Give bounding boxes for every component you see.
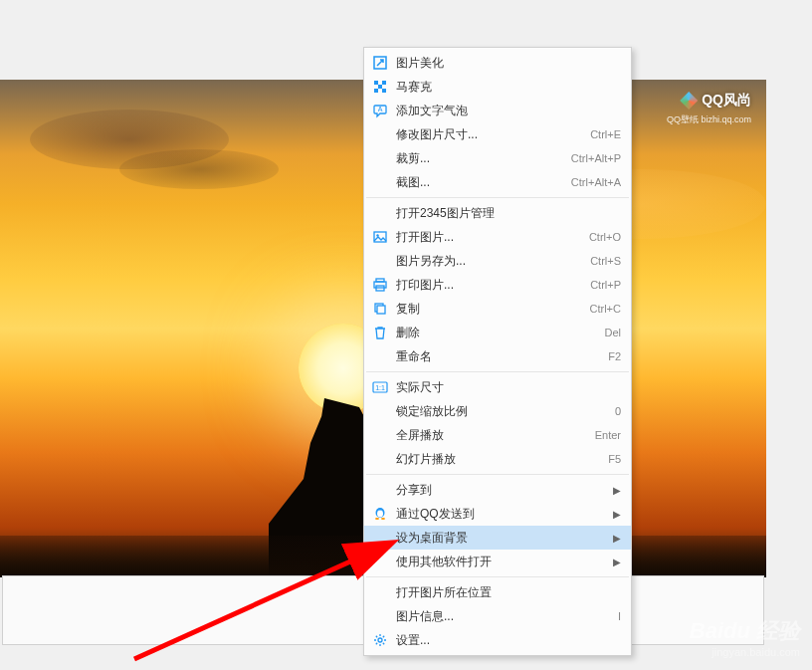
menu-label: 添加文字气泡 xyxy=(396,103,621,119)
menu-label: 图片信息... xyxy=(396,608,618,625)
menu-item-location[interactable]: 打开图片所在位置 xyxy=(364,580,631,604)
menu-item-setbg[interactable]: 设为桌面背景▶ xyxy=(364,526,631,550)
menu-item-mosaic[interactable]: 马赛克 xyxy=(364,75,631,99)
menu-label: 设为桌面背景 xyxy=(396,530,613,547)
blank-icon xyxy=(370,124,390,144)
blank-icon xyxy=(370,346,390,366)
chevron-right-icon: ▶ xyxy=(613,533,621,544)
menu-label: 锁定缩放比例 xyxy=(396,403,615,420)
source-logo-text: QQ风尚 xyxy=(702,92,751,110)
blank-icon xyxy=(370,582,390,602)
menu-label: 打印图片... xyxy=(396,277,590,294)
trash-icon xyxy=(370,323,390,342)
menu-shortcut: F2 xyxy=(608,350,621,362)
menu-item-print[interactable]: 打印图片...Ctrl+P xyxy=(364,273,631,297)
expand-icon xyxy=(370,53,390,73)
qq-logo-icon xyxy=(680,92,698,110)
menu-item-info[interactable]: 图片信息...I xyxy=(364,604,631,628)
menu-label: 设置... xyxy=(396,632,621,649)
menu-item-capture[interactable]: 截图...Ctrl+Alt+A xyxy=(364,170,631,194)
menu-label: 全屏播放 xyxy=(396,427,595,444)
decor-cloud xyxy=(119,149,279,189)
menu-item-beautify[interactable]: 图片美化 xyxy=(364,51,631,75)
chevron-right-icon: ▶ xyxy=(613,485,621,496)
chevron-right-icon: ▶ xyxy=(613,557,621,567)
blank-icon xyxy=(370,203,390,223)
menu-item-openimg[interactable]: 打开图片...Ctrl+O xyxy=(364,225,631,249)
blank-icon xyxy=(370,528,390,548)
qq-icon xyxy=(370,504,390,524)
blank-icon xyxy=(370,148,390,168)
watermark: Baidu 经验 jingyan.baidu.com xyxy=(690,616,800,658)
menu-separator xyxy=(366,576,629,577)
watermark-sub: jingyan.baidu.com xyxy=(690,646,800,658)
menu-item-rename[interactable]: 重命名F2 xyxy=(364,344,631,368)
menu-label: 重命名 xyxy=(396,348,608,365)
menu-shortcut: Ctrl+Alt+P xyxy=(571,152,621,164)
menu-shortcut: Ctrl+S xyxy=(590,255,621,267)
menu-label: 使用其他软件打开 xyxy=(396,554,613,570)
context-menu[interactable]: 图片美化马赛克添加文字气泡修改图片尺寸...Ctrl+E裁剪...Ctrl+Al… xyxy=(363,47,632,656)
menu-separator xyxy=(366,474,629,475)
blank-icon xyxy=(370,552,390,571)
menu-label: 图片另存为... xyxy=(396,253,590,270)
menu-shortcut: Ctrl+P xyxy=(590,279,621,291)
gear-icon xyxy=(370,630,390,650)
menu-shortcut: Ctrl+Alt+A xyxy=(571,176,621,188)
menu-label: 修改图片尺寸... xyxy=(396,126,590,143)
watermark-main: Baidu 经验 xyxy=(690,616,800,646)
menu-label: 截图... xyxy=(396,174,571,191)
bubble-icon xyxy=(370,101,390,120)
menu-item-lockzoom[interactable]: 锁定缩放比例0 xyxy=(364,399,631,423)
print-icon xyxy=(370,275,390,295)
copy-icon xyxy=(370,299,390,319)
menu-shortcut: Ctrl+O xyxy=(589,231,621,243)
menu-label: 图片美化 xyxy=(396,55,621,72)
menu-separator xyxy=(366,371,629,372)
menu-label: 幻灯片播放 xyxy=(396,451,608,468)
menu-separator xyxy=(366,197,629,198)
image-icon xyxy=(370,227,390,247)
menu-item-slideshow[interactable]: 幻灯片播放F5 xyxy=(364,447,631,471)
menu-shortcut: Enter xyxy=(595,429,621,441)
menu-item-qqsend[interactable]: 通过QQ发送到▶ xyxy=(364,502,631,526)
blank-icon xyxy=(370,401,390,421)
blank-icon xyxy=(370,606,390,626)
menu-item-share[interactable]: 分享到▶ xyxy=(364,478,631,502)
source-logo: QQ风尚 xyxy=(680,92,751,110)
menu-label: 通过QQ发送到 xyxy=(396,506,613,523)
menu-item-fullscreen[interactable]: 全屏播放Enter xyxy=(364,423,631,447)
menu-shortcut: Ctrl+C xyxy=(590,303,621,315)
menu-item-crop[interactable]: 裁剪...Ctrl+Alt+P xyxy=(364,146,631,170)
menu-label: 马赛克 xyxy=(396,79,621,96)
blank-icon xyxy=(370,480,390,500)
menu-item-delete[interactable]: 删除Del xyxy=(364,321,631,344)
menu-item-settings[interactable]: 设置... xyxy=(364,628,631,652)
blank-icon xyxy=(370,425,390,445)
blank-icon xyxy=(370,449,390,469)
blank-icon xyxy=(370,251,390,271)
menu-item-textbubble[interactable]: 添加文字气泡 xyxy=(364,99,631,122)
menu-item-saveas[interactable]: 图片另存为...Ctrl+S xyxy=(364,249,631,273)
menu-item-copy[interactable]: 复制Ctrl+C xyxy=(364,297,631,321)
menu-label: 打开图片所在位置 xyxy=(396,584,621,601)
mosaic-icon xyxy=(370,77,390,97)
menu-shortcut: I xyxy=(618,610,621,622)
menu-shortcut: Ctrl+E xyxy=(590,128,621,140)
menu-shortcut: F5 xyxy=(608,453,621,465)
menu-label: 打开图片... xyxy=(396,229,589,246)
menu-shortcut: 0 xyxy=(615,405,621,417)
chevron-right-icon: ▶ xyxy=(613,509,621,520)
menu-label: 裁剪... xyxy=(396,150,571,167)
menu-label: 打开2345图片管理 xyxy=(396,205,621,222)
onetoone-icon xyxy=(370,377,390,397)
menu-item-openwith[interactable]: 使用其他软件打开▶ xyxy=(364,550,631,573)
menu-label: 删除 xyxy=(396,325,604,341)
menu-item-resize[interactable]: 修改图片尺寸...Ctrl+E xyxy=(364,122,631,146)
menu-label: 复制 xyxy=(396,301,590,318)
menu-label: 实际尺寸 xyxy=(396,379,621,396)
menu-item-actual[interactable]: 实际尺寸 xyxy=(364,375,631,399)
menu-item-open2345[interactable]: 打开2345图片管理 xyxy=(364,201,631,225)
blank-icon xyxy=(370,172,390,192)
menu-shortcut: Del xyxy=(604,327,621,338)
